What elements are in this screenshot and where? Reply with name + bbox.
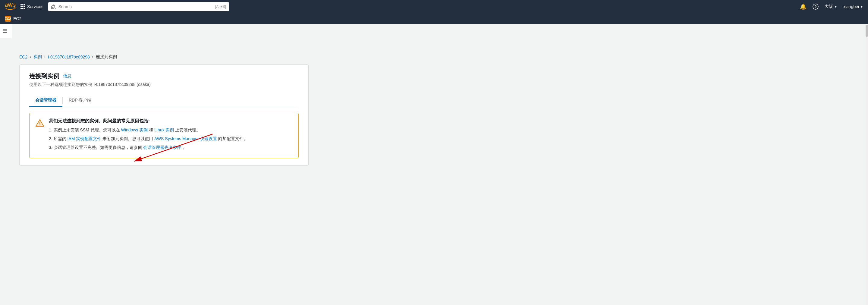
page-subtitle: 使用以下一种选项连接到您的实例 i-019870c187bc09298 (osa… (29, 82, 299, 87)
region-caret: ▼ (834, 5, 837, 8)
alert-item-1: 1. 实例上未安装 SSM 代理。您可以在 Windows 实例 和 Linux… (49, 127, 292, 133)
service-bar: EC2 EC2 (0, 13, 868, 24)
page-card: 连接到实例 信息 使用以下一种选项连接到您的实例 i-019870c187bc0… (19, 64, 309, 166)
page-title: 连接到实例 (29, 72, 59, 80)
services-label: Services (27, 4, 43, 9)
breadcrumb-ec2[interactable]: EC2 (19, 55, 27, 59)
windows-instance-link[interactable]: Windows 实例 (121, 127, 148, 132)
warning-icon: ! (36, 119, 44, 127)
service-name: EC2 (13, 16, 22, 21)
region-selector[interactable]: 大阪 ▼ (825, 4, 837, 9)
sidebar-toggle[interactable]: ☰ (0, 24, 12, 38)
item1-text-middle: 和 (149, 127, 154, 132)
alert-item-3: 3. 会话管理器设置不完整。如需更多信息，请参阅 会话管理器先决条件 。 (49, 144, 292, 151)
alert-content: 我们无法连接到您的实例。此问题的常见原因包括: 1. 实例上未安装 SSM 代理… (49, 118, 292, 153)
hamburger-icon: ☰ (2, 28, 7, 34)
user-label: xiangbei (843, 4, 859, 9)
user-menu[interactable]: xiangbei ▼ (843, 4, 863, 9)
services-button[interactable]: Services (21, 4, 43, 9)
alert-list: 1. 实例上未安装 SSM 代理。您可以在 Windows 实例 和 Linux… (49, 127, 292, 151)
alert-item-2: 2. 所需的 IAM 实例配置文件 未附加到实例。您可以使用 AWS Syste… (49, 135, 292, 142)
aws-logo[interactable] (5, 3, 16, 10)
page-header: 连接到实例 信息 (29, 72, 299, 80)
info-link[interactable]: 信息 (63, 73, 71, 79)
content-area: EC2 › 实例 › i-019870c187bc09298 › 连接到实例 连… (12, 48, 868, 172)
scrollbar-track[interactable] (866, 24, 868, 172)
item2-text-before: 2. 所需的 (49, 136, 67, 141)
item1-text-after: 上安装代理。 (175, 127, 200, 132)
search-shortcut: [Alt+S] (215, 4, 226, 9)
search-bar[interactable]: [Alt+S] (48, 2, 229, 11)
breadcrumb-instance-id[interactable]: i-019870c187bc09298 (48, 55, 90, 59)
item2-text-middle: 未附加到实例。您可以使用 (102, 136, 154, 141)
item2-text-after: 附加配置文件。 (218, 136, 248, 141)
grid-icon (21, 4, 25, 9)
help-button[interactable]: ? (812, 4, 818, 10)
ec2-badge: EC2 (5, 16, 11, 22)
notifications-button[interactable]: 🔔 (800, 3, 807, 10)
alert-box: ! 我们无法连接到您的实例。此问题的常见原因包括: 1. 实例上未安装 SSM … (29, 113, 299, 158)
breadcrumb: EC2 › 实例 › i-019870c187bc09298 › 连接到实例 (19, 54, 861, 60)
help-icon: ? (812, 4, 818, 10)
breadcrumb-sep-3: › (92, 55, 93, 59)
search-input[interactable] (59, 4, 215, 9)
svg-text:!: ! (39, 121, 41, 126)
iam-profile-link[interactable]: IAM 实例配置文件 (67, 136, 101, 141)
prerequisites-link[interactable]: 会话管理器先决条件 (143, 145, 181, 150)
scrollbar-thumb[interactable] (866, 25, 868, 37)
alert-title: 我们无法连接到您的实例。此问题的常见原因包括: (49, 118, 292, 124)
item3-text-before: 3. 会话管理器设置不完整。如需更多信息，请参阅 (49, 145, 142, 150)
quick-setup-link[interactable]: AWS Systems Manager 快速设置 (154, 136, 217, 141)
region-label: 大阪 (825, 4, 833, 9)
tab-session-manager[interactable]: 会话管理器 (29, 95, 62, 107)
top-navigation: Services [Alt+S] 🔔 ? 大阪 ▼ xiangbei ▼ (0, 0, 868, 13)
svg-text:?: ? (814, 5, 816, 9)
bell-icon: 🔔 (800, 3, 807, 10)
user-caret: ▼ (860, 5, 863, 8)
main-wrapper: ☰ EC2 › 实例 › i-019870c187bc09298 › 连接到实例… (0, 48, 868, 172)
item1-text-before: 1. 实例上未安装 SSM 代理。您可以在 (49, 127, 121, 132)
item3-text-after: 。 (182, 145, 187, 150)
linux-instance-link[interactable]: Linux 实例 (154, 127, 174, 132)
service-bar-content: EC2 EC2 (5, 16, 22, 22)
breadcrumb-instances[interactable]: 实例 (33, 54, 42, 60)
nav-right: 🔔 ? 大阪 ▼ xiangbei ▼ (800, 3, 863, 10)
search-icon (51, 4, 56, 9)
tab-rdp-client[interactable]: RDP 客户端 (63, 95, 97, 107)
breadcrumb-sep-1: › (30, 55, 31, 59)
breadcrumb-current: 连接到实例 (96, 54, 117, 60)
breadcrumb-sep-2: › (44, 55, 45, 59)
tabs: 会话管理器 RDP 客户端 (29, 95, 299, 107)
